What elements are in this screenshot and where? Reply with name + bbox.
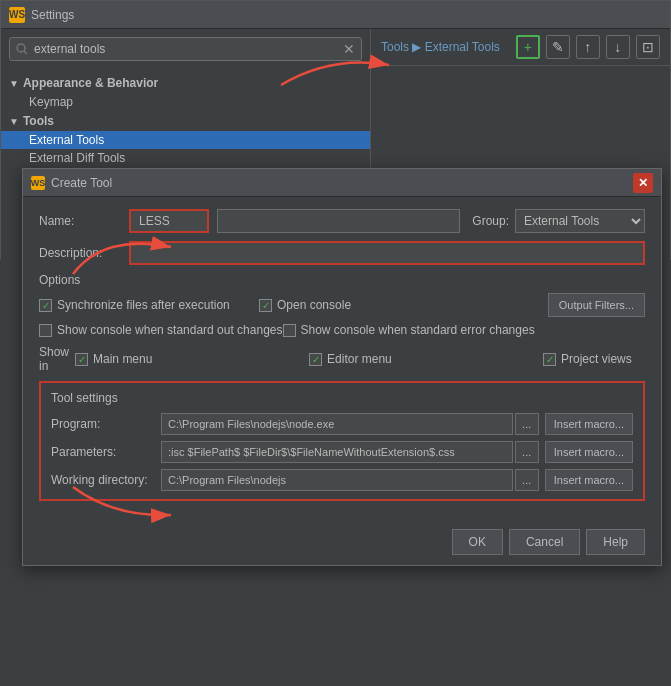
- show-in-title: Show in: [39, 345, 69, 373]
- search-input[interactable]: external tools: [34, 42, 343, 56]
- tree-arrow-appearance: ▼: [9, 78, 19, 89]
- working-dir-row: Working directory: ... Insert macro...: [51, 469, 633, 491]
- name-input-area: LESS: [129, 209, 460, 233]
- sidebar-item-external-diff-tools[interactable]: External Diff Tools: [1, 149, 370, 167]
- parameters-insert-macro-button[interactable]: Insert macro...: [545, 441, 633, 463]
- group-select[interactable]: External Tools: [515, 209, 645, 233]
- show-console-stdout-label: Show console when standard out changes: [57, 323, 283, 337]
- project-views-option[interactable]: Project views: [543, 352, 671, 366]
- project-views-label: Project views: [561, 352, 632, 366]
- tree-section-appearance[interactable]: ▼ Appearance & Behavior: [1, 73, 370, 93]
- show-console-stdout-option[interactable]: Show console when standard out changes: [39, 323, 283, 337]
- parameters-input[interactable]: [161, 441, 513, 463]
- name-row: Name: LESS Group: External Tools: [39, 209, 645, 233]
- editor-menu-label: Editor menu: [327, 352, 392, 366]
- ok-button[interactable]: OK: [452, 529, 503, 555]
- main-menu-label: Main menu: [93, 352, 152, 366]
- search-clear-icon[interactable]: ✕: [343, 41, 355, 57]
- settings-title: Settings: [31, 8, 74, 22]
- options-row-2: Show console when standard out changes S…: [39, 323, 645, 337]
- tree-arrow-tools: ▼: [9, 116, 19, 127]
- right-header: Tools ▶ External Tools + ✎ ↑ ↓ ⊡: [371, 29, 670, 66]
- delete-tool-button[interactable]: ⊡: [636, 35, 660, 59]
- working-dir-input[interactable]: [161, 469, 513, 491]
- dialog-title-bar: WS Create Tool ✕: [23, 169, 661, 197]
- project-views-checkbox[interactable]: [543, 353, 556, 366]
- parameters-browse-button[interactable]: ...: [515, 441, 539, 463]
- dialog-title-left: WS Create Tool: [31, 176, 112, 190]
- svg-line-1: [24, 51, 27, 54]
- cancel-button[interactable]: Cancel: [509, 529, 580, 555]
- tree-section-tools[interactable]: ▼ Tools: [1, 111, 370, 131]
- program-insert-macro-button[interactable]: Insert macro...: [545, 413, 633, 435]
- options-row-1: Synchronize files after execution Open c…: [39, 293, 645, 317]
- program-input[interactable]: [161, 413, 513, 435]
- tree-section-appearance-label: Appearance & Behavior: [23, 76, 158, 90]
- tool-settings-title: Tool settings: [51, 391, 633, 405]
- create-tool-dialog: WS Create Tool ✕ Name: LESS Group: Exter…: [22, 168, 662, 566]
- edit-tool-button[interactable]: ✎: [546, 35, 570, 59]
- options-section-title: Options: [39, 273, 645, 287]
- open-console-checkbox[interactable]: [259, 299, 272, 312]
- group-label: Group:: [472, 214, 509, 228]
- program-label: Program:: [51, 417, 161, 431]
- description-label: Description:: [39, 246, 129, 260]
- sidebar-item-keymap[interactable]: Keymap: [1, 93, 370, 111]
- tree-section-tools-label: Tools: [23, 114, 54, 128]
- open-console-label: Open console: [277, 298, 351, 312]
- sync-files-label: Synchronize files after execution: [57, 298, 230, 312]
- show-console-stderr-option[interactable]: Show console when standard error changes: [283, 323, 535, 337]
- move-up-button[interactable]: ↑: [576, 35, 600, 59]
- working-dir-insert-macro-button[interactable]: Insert macro...: [545, 469, 633, 491]
- parameters-row: Parameters: ... Insert macro...: [51, 441, 633, 463]
- help-button[interactable]: Help: [586, 529, 645, 555]
- show-console-stderr-label: Show console when standard error changes: [301, 323, 535, 337]
- parameters-label: Parameters:: [51, 445, 161, 459]
- move-down-button[interactable]: ↓: [606, 35, 630, 59]
- main-menu-checkbox[interactable]: [75, 353, 88, 366]
- show-in-row: Show in Main menu Editor menu Project vi…: [39, 345, 645, 373]
- output-filters-button[interactable]: Output Filters...: [548, 293, 645, 317]
- search-icon: [16, 43, 28, 55]
- breadcrumb: Tools ▶ External Tools: [381, 40, 500, 54]
- settings-title-bar: WS Settings: [1, 1, 670, 29]
- name-label: Name:: [39, 214, 129, 228]
- dialog-body: Name: LESS Group: External Tools Descrip…: [23, 197, 661, 523]
- editor-menu-checkbox[interactable]: [309, 353, 322, 366]
- name-rest-input[interactable]: [217, 209, 460, 233]
- show-console-stderr-checkbox[interactable]: [283, 324, 296, 337]
- name-value-box[interactable]: LESS: [129, 209, 209, 233]
- dialog-footer: OK Cancel Help: [23, 523, 661, 565]
- working-dir-label: Working directory:: [51, 473, 161, 487]
- settings-app-icon: WS: [9, 7, 25, 23]
- sidebar-item-external-tools[interactable]: External Tools: [1, 131, 370, 149]
- group-row: Group: External Tools: [472, 209, 645, 233]
- description-row: Description:: [39, 241, 645, 265]
- dialog-title: Create Tool: [51, 176, 112, 190]
- add-tool-button[interactable]: +: [516, 35, 540, 59]
- sync-files-option[interactable]: Synchronize files after execution: [39, 298, 259, 312]
- dialog-app-icon: WS: [31, 176, 45, 190]
- working-dir-browse-button[interactable]: ...: [515, 469, 539, 491]
- show-in-options: Main menu Editor menu Project views Sear…: [75, 352, 671, 366]
- open-console-option[interactable]: Open console: [259, 298, 479, 312]
- dialog-close-button[interactable]: ✕: [633, 173, 653, 193]
- sync-files-checkbox[interactable]: [39, 299, 52, 312]
- tool-settings-section: Tool settings Program: ... Insert macro.…: [39, 381, 645, 501]
- main-menu-option[interactable]: Main menu: [75, 352, 295, 366]
- show-console-stdout-checkbox[interactable]: [39, 324, 52, 337]
- search-box[interactable]: external tools ✕: [9, 37, 362, 61]
- editor-menu-option[interactable]: Editor menu: [309, 352, 529, 366]
- program-browse-button[interactable]: ...: [515, 413, 539, 435]
- svg-point-0: [17, 44, 25, 52]
- description-input[interactable]: [129, 241, 645, 265]
- options-grid: Synchronize files after execution Open c…: [39, 293, 645, 337]
- program-row: Program: ... Insert macro...: [51, 413, 633, 435]
